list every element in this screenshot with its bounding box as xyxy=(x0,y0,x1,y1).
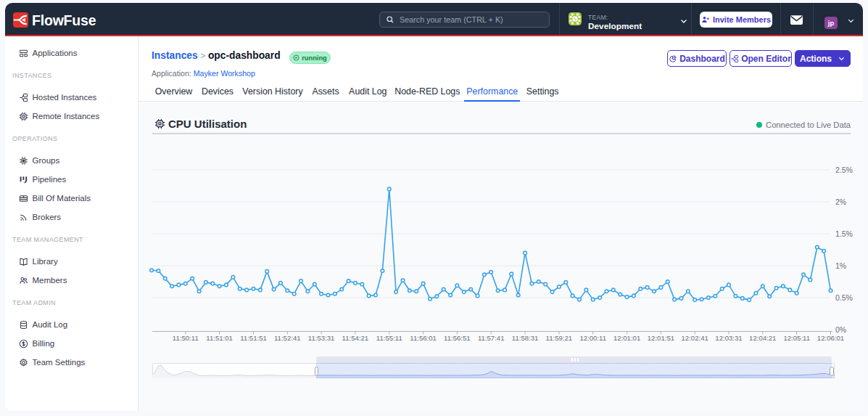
svg-text:12:01:51: 12:01:51 xyxy=(648,334,674,342)
svg-text:12:00:11: 12:00:11 xyxy=(579,334,606,342)
svg-text:11:55:11: 11:55:11 xyxy=(376,334,402,342)
svg-text:11:51:01: 11:51:01 xyxy=(206,334,233,342)
svg-text:11:57:41: 11:57:41 xyxy=(478,334,505,342)
svg-text:2%: 2% xyxy=(835,197,846,206)
svg-text:12:03:31: 12:03:31 xyxy=(715,334,742,342)
svg-text:11:54:21: 11:54:21 xyxy=(342,334,369,342)
svg-text:12:02:41: 12:02:41 xyxy=(682,334,708,342)
svg-text:0.5%: 0.5% xyxy=(835,293,853,302)
svg-text:12:06:01: 12:06:01 xyxy=(817,334,844,342)
svg-text:11:51:51: 11:51:51 xyxy=(240,334,267,342)
svg-text:0%: 0% xyxy=(835,325,846,334)
svg-text:12:01:01: 12:01:01 xyxy=(613,334,640,342)
svg-text:1%: 1% xyxy=(835,261,846,270)
svg-text:11:56:01: 11:56:01 xyxy=(410,334,437,342)
svg-text:11:56:51: 11:56:51 xyxy=(444,334,471,342)
svg-text:11:58:31: 11:58:31 xyxy=(512,334,539,342)
svg-text:11:53:31: 11:53:31 xyxy=(308,334,335,342)
svg-text:1.5%: 1.5% xyxy=(835,229,853,238)
svg-text:11:59:21: 11:59:21 xyxy=(546,334,573,342)
svg-text:11:50:11: 11:50:11 xyxy=(173,334,199,342)
svg-text:11:52:41: 11:52:41 xyxy=(274,334,301,342)
svg-text:2.5%: 2.5% xyxy=(835,166,853,174)
svg-text:12:04:21: 12:04:21 xyxy=(749,334,776,342)
svg-text:12:05:11: 12:05:11 xyxy=(783,334,810,342)
